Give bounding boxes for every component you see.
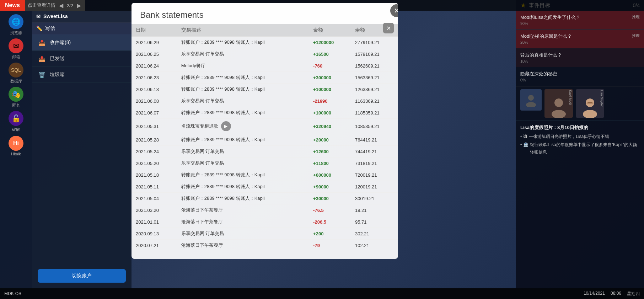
sidebar-item-mail[interactable]: ✉ 邮箱: [5, 38, 27, 60]
bottom-date: 10/14/2021: [584, 291, 605, 297]
sidebar-item-hitalk[interactable]: Hi Hitalk: [5, 135, 27, 156]
anonymous-icon: 🎭: [9, 87, 23, 102]
table-row: 2021.06.13转账账户：2839 **** 9098 转账人：Kapil+…: [132, 84, 398, 95]
table-row: 2021.05.24乐享交易网 订单交易+12600744419.21: [132, 146, 398, 157]
svg-point-1: [526, 102, 536, 107]
compose-button[interactable]: ✏️ 写信: [32, 22, 132, 35]
objective-item-4[interactable]: 隐藏在深处的秘密 0%: [516, 67, 644, 86]
switch-account-button[interactable]: 切换账户: [38, 269, 126, 283]
compose-label: 写信: [45, 25, 55, 32]
bank-modal-title: Bank statements: [140, 10, 204, 20]
mail-account-header: ✉ SweetLisa: [32, 11, 132, 22]
bank-statements-table: 日期 交易描述 金额 余额 2021.06.29转账账户：2839 **** 9…: [132, 24, 398, 251]
play-button[interactable]: ▶: [221, 121, 231, 131]
mail-account-name: SweetLisa: [43, 14, 68, 19]
person-photo-1: [520, 89, 542, 111]
table-row: 2021.06.08乐享交易网 订单交易-219901163369.21: [132, 95, 398, 107]
photos-section: Kapil Modi Lisa Snyder: [516, 86, 644, 121]
table-row: 2021.05.11转账账户：2839 **** 9098 转账人：Kapil+…: [132, 181, 398, 193]
col-date: 日期: [132, 24, 177, 37]
browser-icon: 🌐: [9, 14, 23, 29]
compose-icon: ✏️: [36, 26, 42, 31]
table-row: 2021.05.20乐享交易网 订单交易+11800731819.21: [132, 157, 398, 169]
sidebar-item-browser[interactable]: 🌐 浏览器: [5, 14, 27, 36]
news-label[interactable]: News: [0, 0, 25, 11]
bottom-day: 星期四: [627, 291, 640, 297]
note-bullet-icon-2: 🏦: [523, 141, 528, 156]
sidebar-item-anonymous[interactable]: 🎭 匿名: [5, 87, 27, 108]
table-row: 2020.09.13乐享交易网 订单交易+200302.21: [132, 228, 398, 240]
browser-label: 浏览器: [10, 30, 22, 36]
database-label: 数据库: [10, 79, 22, 84]
os-label: MDK-OS: [4, 291, 21, 296]
col-desc: 交易描述: [177, 24, 309, 37]
bank-modal-header: Bank statements: [132, 3, 398, 24]
left-sidebar: 🌐 浏览器 ✉ 邮箱 SQL 数据库 🎭 匿名 🔓 破解 Hi Hitalk: [0, 11, 32, 288]
sidebar-item-database[interactable]: SQL 数据库: [5, 63, 27, 84]
table-row: 2021.06.29转账账户：2839 **** 9098 转账人：Kapil+…: [132, 37, 398, 48]
table-row: 2021.01.01沧海落日下午茶餐厅-206.595.71: [132, 216, 398, 228]
notification-text: 点击查看详情 ◀ 2/2 ▶: [25, 0, 85, 11]
mail-icon-header: ✉: [36, 14, 41, 19]
inbox-nav-item[interactable]: 📥 收件箱(8): [32, 35, 132, 51]
table-row: 2021.06.24Melody餐厅-7601562609.21: [132, 60, 398, 72]
mail-panel: ✉ SweetLisa ✏️ 写信 📥 收件箱(8) 📤 已发送 🗑️ 垃圾箱 …: [32, 11, 132, 288]
bank-table-scroll[interactable]: 日期 交易描述 金额 余额 2021.06.29转账账户：2839 **** 9…: [132, 24, 398, 259]
modal-close-inner-button[interactable]: ✕: [383, 23, 394, 33]
table-row: 2020.07.21沧海落日下午茶餐厅-79102.21: [132, 240, 398, 251]
hitalk-icon: Hi: [9, 136, 23, 151]
trash-icon: 🗑️: [38, 70, 46, 79]
svg-point-0: [528, 95, 534, 101]
note-bullet-icon-1: 🖼: [523, 133, 527, 140]
trash-nav-item[interactable]: 🗑️ 垃圾箱: [32, 67, 132, 83]
table-row: 2021.03.20沧海落日下午茶餐厅-76.519.21: [132, 204, 398, 216]
bottom-bar: MDK-OS 10/14/2021 08:06 星期四: [0, 288, 644, 299]
right-panel: ★ 事件目标 0/4 Modi和Lisa之间发生了什么？ 推理 90% Modi…: [516, 0, 644, 288]
table-header-row: 日期 交易描述 金额 余额: [132, 24, 398, 37]
table-row: 2021.05.28转账账户：2839 **** 9098 转账人：Kapil+…: [132, 134, 398, 146]
person-photo-2: Kapil Modi: [544, 89, 573, 118]
table-row: 2021.06.25乐享交易网 订单交易+165001579109.21: [132, 48, 398, 60]
bank-modal: ✕ ✕ Bank statements 日期 交易描述 金额 余额 2021.0…: [132, 3, 398, 259]
nav-prev-icon[interactable]: ◀: [58, 2, 65, 9]
person-photo-3: Lisa Snyder: [576, 89, 604, 118]
bottom-time: 08:06: [611, 291, 621, 297]
objective-item-1[interactable]: Modi和Lisa之间发生了什么？ 推理 90%: [516, 11, 644, 30]
objective-item-2[interactable]: Modi坠楼的原因是什么？ 推理 20%: [516, 30, 644, 48]
mail-label: 邮箱: [12, 54, 20, 60]
table-row: 2021.05.31名流珠宝专柜退款▶+3209401085359.21: [132, 119, 398, 134]
crack-icon: 🔓: [9, 111, 23, 126]
table-row: 2021.05.04转账账户：2839 **** 9098 转账人：Kapil+…: [132, 193, 398, 204]
svg-point-5: [583, 110, 597, 118]
table-row: 2021.06.07转账账户：2839 **** 9098 转账人：Kapil+…: [132, 107, 398, 119]
sent-label: 已发送: [50, 55, 65, 62]
svg-point-2: [554, 98, 563, 107]
inbox-icon: 📥: [38, 38, 46, 47]
objective-item-3[interactable]: 背后的真相是什么？ 10%: [516, 48, 644, 67]
table-row: 2021.06.23转账账户：2839 **** 9098 转账人：Kapil+…: [132, 72, 398, 84]
col-amount: 金额: [309, 24, 351, 37]
sent-icon: 📤: [38, 54, 46, 63]
hitalk-label: Hitalk: [11, 152, 21, 156]
right-notes: Lisa的度假照片：8月10日拍摄的 • 🖼 一张游艇晒日光浴照片，Lisa似乎…: [516, 121, 644, 288]
sent-nav-item[interactable]: 📤 已发送: [32, 51, 132, 67]
svg-point-3: [552, 110, 566, 118]
mail-icon: ✉: [9, 38, 23, 53]
database-icon: SQL: [9, 63, 23, 78]
trash-label: 垃圾箱: [50, 71, 65, 78]
crack-label: 破解: [12, 127, 20, 132]
nav-next-icon[interactable]: ▶: [75, 2, 82, 9]
inbox-label: 收件箱(8): [50, 39, 71, 46]
table-row: 2021.05.18转账账户：2839 **** 9098 转账人：Kapil+…: [132, 169, 398, 181]
sidebar-item-crack[interactable]: 🔓 破解: [5, 111, 27, 132]
anonymous-label: 匿名: [12, 103, 20, 108]
